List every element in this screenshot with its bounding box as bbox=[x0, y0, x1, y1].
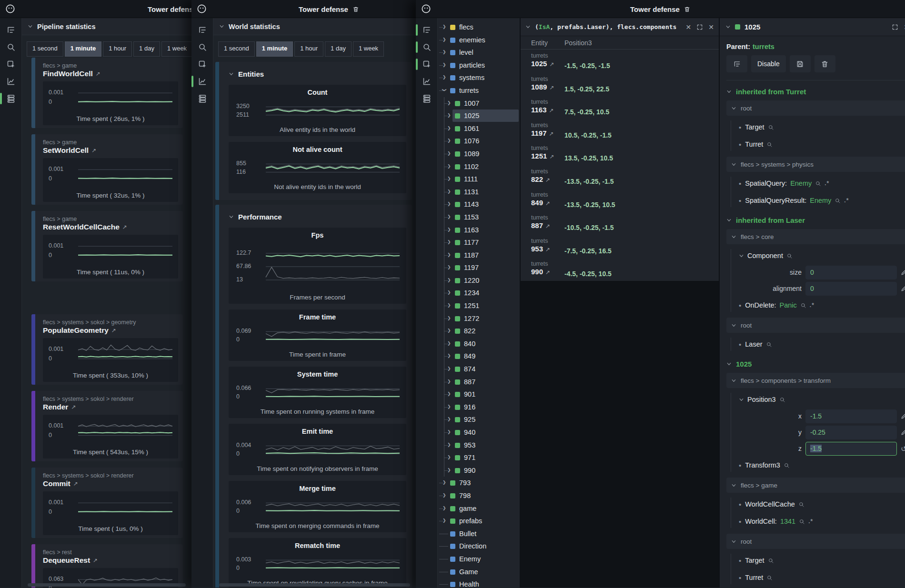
search-icon[interactable] bbox=[786, 253, 793, 259]
sidebar-chart-button[interactable] bbox=[0, 76, 22, 87]
tree-view-button[interactable] bbox=[726, 55, 747, 72]
chevron-right-icon[interactable]: ❯ bbox=[447, 429, 451, 434]
component-value-link[interactable]: Panic bbox=[780, 301, 797, 309]
query-row-1251[interactable]: turrets 1251↗ 13.5, -0.25, 10.5 bbox=[521, 142, 719, 165]
row-entity-id[interactable]: 1197 bbox=[531, 129, 547, 137]
tree-item-flecs[interactable]: flecs ❯ bbox=[438, 21, 520, 34]
field-input[interactable]: -1.5 bbox=[805, 442, 897, 456]
tree-item-Game[interactable]: Game bbox=[438, 566, 520, 578]
chevron-down-icon[interactable]: ❯ bbox=[442, 88, 447, 92]
group-header[interactable]: root bbox=[726, 318, 905, 333]
external-link-icon[interactable]: ↗ bbox=[91, 147, 96, 154]
edit-icon[interactable] bbox=[901, 413, 905, 419]
component-item-Laser[interactable]: •Laser bbox=[739, 336, 905, 353]
external-link-icon[interactable]: ↗ bbox=[545, 223, 550, 229]
chart-title[interactable]: DequeueRest bbox=[43, 556, 90, 565]
chart-breadcrumb[interactable]: flecs > game bbox=[43, 62, 178, 69]
chart-title[interactable]: SetWorldCell bbox=[43, 146, 89, 155]
query-row-953[interactable]: turrets 953↗ -7.5, -0.25, 16.5 bbox=[521, 235, 719, 258]
edit-icon[interactable] bbox=[901, 429, 905, 436]
chevron-down-icon[interactable] bbox=[739, 397, 744, 402]
field-input[interactable]: 0 bbox=[805, 266, 897, 279]
chevron-right-icon[interactable]: ❯ bbox=[442, 50, 446, 54]
chart-breadcrumb[interactable]: flecs > game bbox=[43, 139, 178, 146]
chevron-right-icon[interactable]: ❯ bbox=[447, 201, 451, 206]
tree-item-793[interactable]: 793 ❯ bbox=[438, 477, 520, 489]
tree-item-Health[interactable]: Health bbox=[438, 578, 520, 588]
row-entity-id[interactable]: 887 bbox=[531, 221, 543, 229]
search-icon[interactable] bbox=[768, 124, 774, 130]
tree-item-874[interactable]: 874 ❯ bbox=[438, 363, 520, 376]
tree-item-1197[interactable]: 1197 ❯ bbox=[438, 261, 520, 274]
row-entity-id[interactable]: 1089 bbox=[531, 83, 547, 91]
tree-item-1177[interactable]: 1177 ❯ bbox=[438, 236, 520, 249]
tree-item-game[interactable]: game ❯ bbox=[438, 502, 520, 515]
chevron-down-icon[interactable] bbox=[525, 24, 531, 30]
column-entity[interactable]: Entity bbox=[531, 39, 564, 47]
sidebar-tree-button[interactable] bbox=[416, 25, 438, 35]
external-link-icon[interactable]: ↗ bbox=[549, 84, 554, 91]
sidebar-stats-button[interactable] bbox=[416, 93, 438, 104]
chevron-right-icon[interactable]: ❯ bbox=[447, 417, 451, 421]
chevron-right-icon[interactable]: ❯ bbox=[447, 341, 451, 346]
search-icon[interactable] bbox=[784, 462, 790, 468]
chart-title[interactable]: Render bbox=[43, 403, 68, 411]
tree-item-1143[interactable]: 1143 ❯ bbox=[438, 198, 520, 211]
search-icon[interactable] bbox=[766, 341, 772, 348]
query-expression[interactable]: (IsA, prefabs.Laser), flecs.components bbox=[535, 23, 682, 30]
sidebar-tree-button[interactable] bbox=[0, 25, 22, 35]
search-icon[interactable] bbox=[798, 501, 804, 508]
chevron-right-icon[interactable]: ❯ bbox=[447, 100, 451, 105]
chevron-right-icon[interactable]: ❯ bbox=[447, 366, 451, 371]
fullscreen-icon[interactable] bbox=[892, 24, 898, 30]
group-header[interactable]: flecs > game bbox=[726, 478, 905, 493]
chevron-right-icon[interactable]: ❯ bbox=[447, 303, 451, 308]
tree-item-798[interactable]: 798 ❯ bbox=[438, 489, 520, 502]
tab-1-week[interactable]: 1 week bbox=[161, 41, 191, 57]
query-row-887[interactable]: turrets 887↗ -10.5, -0.25, -1.5 bbox=[521, 211, 719, 235]
tree-item-1111[interactable]: 1111 ❯ bbox=[438, 173, 520, 186]
sidebar-chart-button[interactable] bbox=[416, 76, 438, 87]
fullscreen-icon[interactable] bbox=[696, 24, 703, 30]
external-link-icon[interactable]: ↗ bbox=[545, 246, 550, 253]
sidebar-search-button[interactable] bbox=[0, 42, 22, 52]
disable-button[interactable]: Disable bbox=[751, 55, 786, 72]
tree-item-1102[interactable]: 1102 ❯ bbox=[438, 160, 520, 173]
chevron-right-icon[interactable]: ❯ bbox=[447, 468, 451, 472]
external-link-icon[interactable]: ↗ bbox=[545, 200, 550, 207]
chevron-down-icon[interactable] bbox=[229, 214, 234, 219]
tree-item-901[interactable]: 901 ❯ bbox=[438, 388, 520, 401]
chevron-right-icon[interactable]: ❯ bbox=[447, 227, 451, 232]
sidebar-stats-button[interactable] bbox=[0, 93, 22, 104]
external-link-icon[interactable]: ↗ bbox=[549, 61, 554, 68]
field-input[interactable]: -0.25 bbox=[805, 426, 897, 439]
flecs-logo-icon[interactable] bbox=[421, 3, 432, 14]
external-link-icon[interactable]: ↗ bbox=[93, 557, 98, 564]
chart-title[interactable]: FindWorldCell bbox=[43, 70, 93, 78]
external-link-icon[interactable]: ↗ bbox=[545, 177, 550, 183]
component-item-WorldCell[interactable]: •WorldCell:1341.* bbox=[739, 513, 905, 530]
tree-item-887[interactable]: 887 ❯ bbox=[438, 376, 520, 389]
field-input[interactable]: -1.5 bbox=[805, 409, 897, 423]
tab-1-day[interactable]: 1 day bbox=[325, 41, 352, 57]
sidebar-select-button[interactable] bbox=[191, 59, 213, 70]
query-row-1163[interactable]: turrets 1163↗ 7.5, -0.25, 10.5 bbox=[521, 96, 719, 119]
tree-item-1025[interactable]: 1025 ❯ bbox=[438, 110, 520, 122]
external-link-icon[interactable]: ↗ bbox=[122, 224, 127, 230]
pipeline-panel-header[interactable]: Pipeline statistics bbox=[22, 18, 191, 35]
tab-1-minute[interactable]: 1 minute bbox=[65, 41, 101, 57]
tree-item-925[interactable]: 925 ❯ bbox=[438, 413, 520, 426]
component-item-OnDelete[interactable]: •OnDelete:Panic.* bbox=[739, 297, 905, 314]
chevron-right-icon[interactable]: ❯ bbox=[442, 37, 446, 42]
row-entity-id[interactable]: 953 bbox=[531, 245, 543, 253]
world-stats-panel-header[interactable]: World statistics bbox=[213, 18, 416, 35]
tree-item-1272[interactable]: 1272 ❯ bbox=[438, 312, 520, 325]
chevron-right-icon[interactable]: ❯ bbox=[447, 126, 451, 130]
component-item-SpatialQueryResult[interactable]: •SpatialQueryResult:Enemy.* bbox=[739, 192, 905, 209]
trash-icon[interactable] bbox=[684, 6, 691, 13]
sidebar-chart-button[interactable] bbox=[191, 76, 213, 87]
group-header[interactable]: flecs > core bbox=[726, 229, 905, 244]
tree-item-1061[interactable]: 1061 ❯ bbox=[438, 122, 520, 135]
group-header[interactable]: flecs > components > transform bbox=[726, 373, 905, 388]
tree-item-1076[interactable]: 1076 ❯ bbox=[438, 135, 520, 148]
